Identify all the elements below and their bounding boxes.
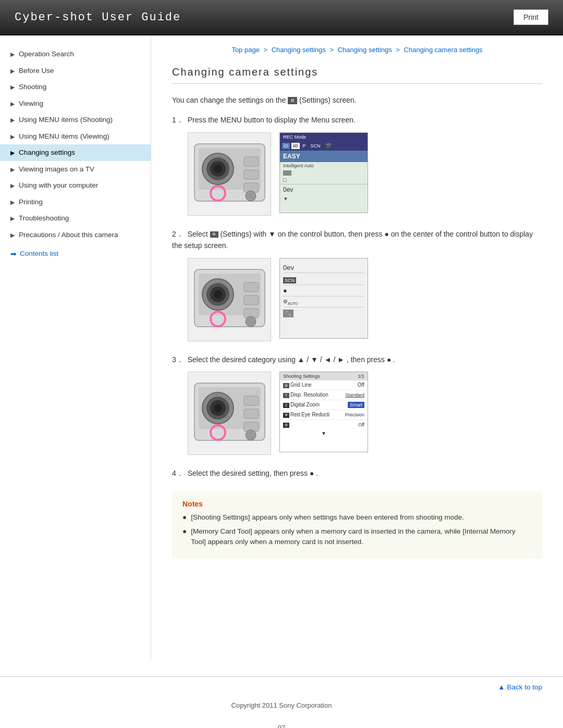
mode-icons-row: iO iO P SCN 🎬 [280, 141, 368, 151]
svg-rect-7 [244, 157, 259, 166]
chevron-right-icon: ▶ [10, 67, 15, 75]
sidebar: ▶ Operation Search ▶ Before Use ▶ Shooti… [0, 35, 151, 661]
svg-rect-19 [244, 295, 259, 305]
oev-label-1: 0ev [280, 184, 368, 195]
step-4-text: 4． Select the desired setting, then pres… [172, 467, 542, 479]
sidebar-item-precautions[interactable]: ▶ Precautions / About this camera [0, 227, 151, 243]
chevron-right-icon: ▶ [10, 133, 15, 140]
step-3-text: 3． Select the desired category using ▲ /… [172, 354, 542, 365]
sidebar-item-viewing[interactable]: ▶ Viewing [0, 95, 151, 112]
svg-point-16 [214, 290, 222, 299]
svg-point-32 [246, 430, 256, 440]
chevron-right-icon: ▶ [10, 83, 15, 91]
sidebar-item-before-use[interactable]: ▶ Before Use [0, 63, 151, 79]
camera-image-3 [188, 372, 271, 455]
camera-svg-2 [189, 259, 270, 340]
step-3: 3． Select the desired category using ▲ /… [172, 354, 542, 455]
chevron-right-icon: ▶ [10, 182, 15, 189]
contents-list-link[interactable]: ➡ Contents list [0, 243, 151, 264]
easy-label: EASY [280, 151, 368, 162]
chevron-right-icon: ▶ [10, 149, 15, 156]
chevron-right-icon: ▶ [10, 116, 15, 124]
camera-svg-3 [189, 373, 270, 453]
notes-box: Notes [Shooting Settings] appears only w… [172, 491, 542, 559]
footer: ▲ Back to top Copyright 2011 Sony Corpor… [0, 676, 563, 728]
camera-image-2 [188, 258, 271, 341]
note-item-2: [Memory Card Tool] appears only when a m… [182, 526, 532, 548]
sidebar-item-printing[interactable]: ▶ Printing [0, 194, 151, 211]
print-button[interactable]: Print [513, 9, 548, 25]
back-to-top-link[interactable]: ▲ Back to top [0, 677, 563, 697]
step-4: 4． Select the desired setting, then pres… [172, 467, 542, 479]
oev-row: 0ev [283, 263, 364, 273]
chevron-right-icon: ▶ [10, 231, 15, 239]
copyright-text: Copyright 2011 Sony Corporation [0, 697, 563, 720]
svg-rect-29 [244, 396, 259, 405]
camera-image-1 [188, 132, 271, 216]
chevron-right-icon: ▶ [10, 199, 15, 206]
note-item-1: [Shooting Settings] appears only when se… [182, 512, 532, 523]
breadcrumb-item-3[interactable]: Changing settings [338, 46, 392, 54]
breadcrumb-item-4[interactable]: Changing camera settings [404, 46, 483, 54]
menu-screen-1: REC Mode iO iO P SCN 🎬 EASY Intelligent … [279, 132, 368, 213]
camera-svg-1 [189, 133, 270, 214]
step-1-screenshots: REC Mode iO iO P SCN 🎬 EASY Intelligent … [188, 132, 542, 216]
app-title: Cyber-shot User Guide [15, 11, 181, 24]
svg-point-10 [246, 191, 256, 201]
step-1: 1． Press the MENU button to display the … [172, 114, 542, 215]
settings-icon-2: ⚙ [210, 231, 218, 238]
digital-zoom-row: ZDigital Zoom Smart [280, 400, 368, 410]
disp-resolution-row: TDisp. Resolution Standard [280, 390, 368, 400]
svg-point-5 [214, 165, 222, 173]
page-title: Changing camera settings [172, 66, 542, 84]
header: Cyber-shot User Guide Print [0, 0, 563, 35]
step-1-text: 1． Press the MENU button to display the … [172, 114, 542, 126]
notes-title: Notes [182, 500, 532, 508]
sidebar-item-using-computer[interactable]: ▶ Using with your computer [0, 177, 151, 194]
sidebar-item-operation-search[interactable]: ▶ Operation Search [0, 46, 151, 63]
notes-list: [Shooting Settings] appears only when se… [182, 512, 532, 547]
setup-screen: 0ev SCN ● ⚙AUTO 🔧 [279, 258, 368, 339]
page-number: 97 [0, 720, 563, 728]
rec-mode-bar: REC Mode [280, 133, 368, 141]
chevron-right-icon: ▶ [10, 166, 15, 173]
main-content: Top page > Changing settings > Changing … [151, 35, 563, 661]
off-row: ⚙ Off [280, 420, 368, 429]
svg-rect-30 [244, 409, 259, 418]
breadcrumb-item-2[interactable]: Changing settings [272, 46, 326, 54]
svg-point-21 [246, 316, 256, 327]
step-2-screenshots: 0ev SCN ● ⚙AUTO 🔧 [188, 258, 542, 341]
step-2-text: 2． Select ⚙ (Settings) with ▼ on the con… [172, 228, 542, 252]
svg-rect-18 [244, 282, 259, 292]
sidebar-item-troubleshooting[interactable]: ▶ Troubleshooting [0, 210, 151, 227]
sidebar-item-changing-settings[interactable]: ▶ Changing settings [0, 144, 151, 161]
sidebar-item-shooting[interactable]: ▶ Shooting [0, 79, 151, 95]
shooting-screen: Shooting Settings 1/1 ⊞Grid Line Off TDi… [279, 372, 368, 452]
arrow-right-icon: ➡ [10, 250, 17, 258]
shooting-header: Shooting Settings 1/1 [280, 372, 368, 380]
svg-point-27 [214, 404, 222, 412]
breadcrumb-item-1[interactable]: Top page [231, 46, 260, 54]
sidebar-item-viewing-tv[interactable]: ▶ Viewing images on a TV [0, 161, 151, 178]
red-eye-row: 👁Red Eye Reducti Precision [280, 410, 368, 420]
svg-rect-8 [244, 170, 259, 179]
chevron-right-icon: ▶ [10, 51, 15, 58]
page-layout: ▶ Operation Search ▶ Before Use ▶ Shooti… [0, 35, 563, 661]
breadcrumb: Top page > Changing settings > Changing … [172, 46, 542, 54]
sidebar-item-using-menu-viewing[interactable]: ▶ Using MENU items (Viewing) [0, 128, 151, 145]
chevron-right-icon: ▶ [10, 100, 15, 107]
intro-text: You can change the settings on the ⚙ (Se… [172, 94, 542, 106]
step-2: 2． Select ⚙ (Settings) with ▼ on the con… [172, 228, 542, 341]
settings-icon: ⚙ [288, 97, 297, 104]
sidebar-item-using-menu-shooting[interactable]: ▶ Using MENU items (Shooting) [0, 112, 151, 128]
step-3-screenshots: Shooting Settings 1/1 ⊞Grid Line Off TDi… [188, 372, 542, 455]
intelligent-auto: Intelligent Auto [280, 162, 368, 169]
chevron-right-icon: ▶ [10, 215, 15, 222]
grid-line-row: ⊞Grid Line Off [280, 380, 368, 390]
